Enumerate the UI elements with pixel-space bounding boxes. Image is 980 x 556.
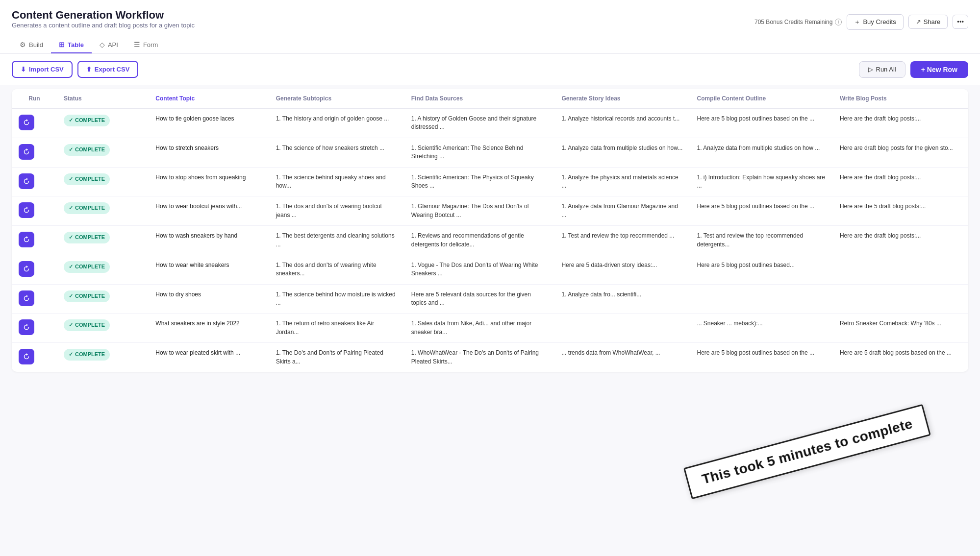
subtopics-cell-7: 1. The return of retro sneakers like Air…	[269, 314, 404, 343]
table-row: ✓ COMPLETE How to wear bootcut jeans wit…	[12, 196, 968, 226]
blogposts-cell-3: Here are the 5 draft blog posts:...	[833, 196, 968, 226]
run-cell	[12, 226, 57, 255]
credits-info-icon[interactable]: i	[835, 19, 842, 25]
blogposts-cell-5	[833, 255, 968, 284]
plus-icon: ＋	[854, 18, 860, 26]
tab-form[interactable]: ☰ Form	[126, 37, 166, 53]
run-button-7[interactable]	[19, 319, 34, 335]
run-button-4[interactable]	[19, 232, 34, 247]
more-options-button[interactable]: •••	[953, 15, 968, 29]
share-icon: ↗	[916, 18, 921, 25]
check-icon: ✓	[69, 263, 73, 271]
table-row: ✓ COMPLETE How to dry shoes 1. The scien…	[12, 284, 968, 314]
datasources-cell-7: 1. Sales data from Nike, Adi... and othe…	[404, 314, 555, 343]
storyideas-cell-4: 1. Test and review the top recommended .…	[554, 226, 690, 255]
run-button-3[interactable]	[19, 202, 34, 218]
storyideas-cell-5: Here are 5 data-driven story ideas:...	[554, 255, 690, 284]
run-button-6[interactable]	[19, 290, 34, 306]
status-badge-4: ✓ COMPLETE	[64, 232, 110, 243]
table-row: ✓ COMPLETE How to stretch sneakers 1. Th…	[12, 138, 968, 167]
tab-api[interactable]: ◇ API	[92, 37, 126, 53]
subtopics-cell-3: 1. The dos and don'ts of wearing bootcut…	[269, 196, 404, 226]
share-label: Share	[924, 18, 941, 25]
blogposts-cell-8: Here are 5 draft blog posts based on the…	[833, 343, 968, 372]
storyideas-cell-3: 1. Analyze data from Glamour Magazine an…	[554, 196, 690, 226]
blogposts-cell-7: Retro Sneaker Comeback: Why '80s ...	[833, 314, 968, 343]
col-header-run: Run	[12, 89, 57, 108]
storyideas-cell-7	[554, 314, 690, 343]
check-icon: ✓	[69, 175, 73, 183]
topic-cell-1: How to stretch sneakers	[149, 138, 269, 167]
outline-cell-6	[690, 284, 833, 314]
import-csv-label: Import CSV	[29, 66, 64, 73]
export-csv-button[interactable]: ⬆ Export CSV	[77, 61, 139, 78]
datasources-cell-1: 1. Scientific American: The Science Behi…	[404, 138, 555, 167]
api-icon: ◇	[100, 41, 105, 48]
toolbar: ⬇ Import CSV ⬆ Export CSV ▷ Run All + Ne…	[0, 54, 980, 85]
share-button[interactable]: ↗ Share	[908, 15, 948, 29]
outline-cell-3: Here are 5 blog post outlines based on t…	[690, 196, 833, 226]
new-row-button[interactable]: + New Row	[910, 61, 968, 78]
status-cell: ✓ COMPLETE	[57, 255, 149, 284]
topic-cell-4: How to wash sneakers by hand	[149, 226, 269, 255]
run-button-1[interactable]	[19, 144, 34, 160]
run-cell	[12, 314, 57, 343]
app-title: Content Generation Workflow	[12, 9, 195, 22]
col-header-storyideas: Generate Story Ideas	[554, 89, 690, 108]
status-cell: ✓ COMPLETE	[57, 284, 149, 314]
run-button-8[interactable]	[19, 349, 34, 364]
credits-text: 705 Bonus Credits Remaining	[754, 19, 832, 25]
blogposts-cell-2: Here are the draft blog posts:...	[833, 167, 968, 196]
col-header-blogposts: Write Blog Posts	[833, 89, 968, 108]
outline-cell-4: 1. Test and review the top recommended d…	[690, 226, 833, 255]
storyideas-cell-8: ... trends data from WhoWhatWear, ...	[554, 343, 690, 372]
table-header: Run Status Content Topic Generate Subtop…	[12, 89, 968, 108]
table-row: ✓ COMPLETE How to wear white sneakers 1.…	[12, 255, 968, 284]
table-row: ✓ COMPLETE How to wash sneakers by hand …	[12, 226, 968, 255]
toolbar-left: ⬇ Import CSV ⬆ Export CSV	[12, 61, 138, 78]
data-table: Run Status Content Topic Generate Subtop…	[12, 89, 968, 372]
datasources-cell-5: 1. Vogue - The Dos and Don'ts of Wearing…	[404, 255, 555, 284]
storyideas-cell-6: 1. Analyze data fro... scientifi...	[554, 284, 690, 314]
topic-cell-8: How to wear pleated skirt with ...	[149, 343, 269, 372]
datasources-cell-3: 1. Glamour Magazine: The Dos and Don'ts …	[404, 196, 555, 226]
table-row: ✓ COMPLETE How to wear pleated skirt wit…	[12, 343, 968, 372]
subtopics-cell-6: 1. The science behind how moisture is wi…	[269, 284, 404, 314]
credits-info: 705 Bonus Credits Remaining i	[754, 19, 842, 25]
topic-cell-3: How to wear bootcut jeans with...	[149, 196, 269, 226]
app-subtitle: Generates a content outline and draft bl…	[12, 22, 195, 29]
nav-tabs: ⚙ Build ⊞ Table ◇ API ☰ Form	[12, 37, 968, 53]
run-button-0[interactable]	[19, 115, 34, 130]
check-icon: ✓	[69, 351, 73, 359]
table-row: ✓ COMPLETE How to tie golden goose laces…	[12, 108, 968, 138]
tab-build[interactable]: ⚙ Build	[12, 37, 51, 53]
outline-cell-2: 1. i) Introduction: Explain how squeaky …	[690, 167, 833, 196]
outline-cell-5: Here are 5 blog post outlines based...	[690, 255, 833, 284]
subtopics-cell-4: 1. The best detergents and cleaning solu…	[269, 226, 404, 255]
new-row-label: + New Row	[921, 66, 957, 73]
play-icon: ▷	[868, 66, 873, 73]
run-cell	[12, 196, 57, 226]
col-header-subtopics: Generate Subtopics	[269, 89, 404, 108]
subtopics-cell-2: 1. The science behind squeaky shoes and …	[269, 167, 404, 196]
run-all-button[interactable]: ▷ Run All	[859, 61, 905, 78]
run-cell	[12, 255, 57, 284]
import-csv-button[interactable]: ⬇ Import CSV	[12, 61, 73, 78]
check-icon: ✓	[69, 321, 73, 329]
status-cell: ✓ COMPLETE	[57, 167, 149, 196]
tab-table[interactable]: ⊞ Table	[51, 37, 92, 53]
topic-cell-2: How to stop shoes from squeaking	[149, 167, 269, 196]
topic-cell-6: How to dry shoes	[149, 284, 269, 314]
subtopics-cell-5: 1. The dos and don'ts of wearing white s…	[269, 255, 404, 284]
status-badge-2: ✓ COMPLETE	[64, 173, 110, 185]
datasources-cell-4: 1. Reviews and recommendations of gentle…	[404, 226, 555, 255]
status-cell: ✓ COMPLETE	[57, 226, 149, 255]
check-icon: ✓	[69, 117, 73, 124]
buy-credits-button[interactable]: ＋ Buy Credits	[847, 14, 903, 30]
run-cell	[12, 138, 57, 167]
run-button-2[interactable]	[19, 173, 34, 189]
run-button-5[interactable]	[19, 261, 34, 277]
datasources-cell-2: 1. Scientific American: The Physics of S…	[404, 167, 555, 196]
col-header-status: Status	[57, 89, 149, 108]
status-badge-3: ✓ COMPLETE	[64, 202, 110, 214]
